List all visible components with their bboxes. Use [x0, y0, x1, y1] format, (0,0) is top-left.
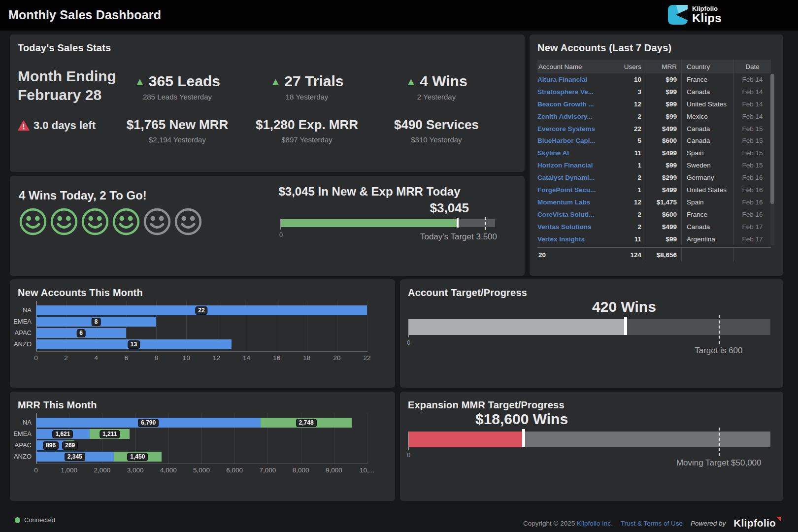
bar-value-label: 896 [43, 441, 59, 450]
trials-yesterday-label: 18 Yesterday [248, 93, 366, 101]
bar-value-label: 2,748 [296, 419, 317, 427]
table-scrollbar-thumb[interactable] [770, 74, 774, 204]
dashboard-title: Monthly Sales Dashboard [8, 8, 161, 22]
klipfolio-klips-logo[interactable]: Klipfolio Klips [668, 5, 722, 25]
account-target-progress-bar: 420 Wins 0 Target is 600 [408, 319, 770, 335]
y-category-label: ANZO [10, 339, 32, 349]
account-name-link[interactable]: Horizon Financial [537, 162, 593, 169]
progress-zero-tick [408, 432, 409, 450]
users-cell: 11 [630, 147, 646, 159]
progress-zero-tick [408, 319, 409, 337]
account-name-cell: Zenith Advisory... [537, 110, 630, 123]
account-name-link[interactable]: Catalyst Dynami... [537, 174, 595, 181]
todays-sales-stats-panel: Today's Sales Stats Month Ending Februar… [10, 34, 525, 172]
smiley-face-icon-active [112, 207, 140, 236]
users-cell: 1 [630, 159, 646, 171]
account-target-panel: Account Target/Progress 420 Wins 0 Targe… [400, 279, 783, 388]
account-name-cell: Evercore Systems [537, 123, 630, 135]
services-yesterday-label: $310 Yesterday [377, 135, 496, 144]
account-name-link[interactable]: Evercore Systems [537, 125, 595, 133]
account-name-link[interactable]: BlueHarbor Capi... [537, 137, 596, 144]
account-name-link[interactable]: ForgePoint Secu... [537, 186, 596, 194]
mrr-today-heading: $3,045 In New & Exp MRR Today [241, 185, 498, 199]
users-cell: 2 [630, 110, 646, 123]
account-name-link[interactable]: Stratosphere Ve... [537, 88, 594, 96]
target-label: Today's Target 3,500 [420, 232, 497, 242]
progress-fill [280, 219, 458, 227]
date-cell: Feb 16 [733, 196, 771, 208]
bar-value-label: 13 [128, 340, 140, 349]
date-cell: Feb 16 [733, 171, 771, 184]
x-tick-label: 14 [243, 354, 250, 362]
table-row: Vertex Insights11$99ArgentinaFeb 17 [537, 233, 771, 245]
connection-status: Connected [15, 516, 55, 524]
summary-count: 20 [537, 248, 630, 262]
country-cell: Sweden [681, 159, 733, 171]
mrr-cell: $499 [646, 123, 681, 135]
account-name-link[interactable]: CoreVista Soluti... [537, 211, 594, 218]
panel-title: Expansion MMR Target/Progress [408, 399, 565, 411]
account-name-link[interactable]: Altura Financial [537, 76, 587, 83]
month-ending-label: Month Ending February 28 [18, 67, 116, 104]
smiley-face-icon-active [81, 207, 109, 236]
target-dashed-line [485, 217, 486, 230]
x-tick-label: 12 [213, 354, 220, 362]
summary-mrr: $8,656 [646, 248, 681, 262]
table-row: Momentum Labs12$1,475SpainFeb 16 [537, 196, 771, 208]
expansion-target-progress-bar: $18,600 Wins 0 Moving Target $50,000 [408, 432, 770, 447]
table-row: Beacon Growth ...12$99United StatesFeb 1… [537, 98, 771, 110]
x-tick-label: 4 [94, 354, 98, 362]
date-cell: Feb 14 [733, 110, 771, 123]
country-cell: Canada [681, 86, 733, 98]
progress-track [408, 432, 770, 447]
x-tick-label: 18 [303, 354, 310, 362]
progress-zero-tick [280, 219, 281, 230]
col-header-country: Country [681, 60, 733, 73]
progress-track [280, 219, 495, 227]
mrr-cell: $299 [646, 171, 681, 184]
account-name-cell: ForgePoint Secu... [537, 184, 630, 196]
klipfolio-footer-logo[interactable]: Klipfolio [733, 517, 776, 529]
date-cell: Feb 16 [733, 184, 771, 196]
users-cell: 11 [630, 233, 646, 245]
table-row: Veritas Solutions2$499CanadaFeb 17 [537, 221, 771, 233]
col-header-date: Date [733, 60, 771, 73]
app-header: Monthly Sales Dashboard Klipfolio Klips [0, 0, 798, 31]
smiley-face-icon-inactive [143, 207, 171, 236]
account-name-cell: Catalyst Dynami... [537, 171, 630, 184]
country-cell: Canada [681, 221, 733, 233]
bar-value-label: 269 [62, 441, 78, 450]
y-category-label: NA [10, 418, 32, 428]
powered-by-label: Powered by [691, 520, 726, 527]
summary-users: 124 [630, 248, 646, 262]
date-cell: Feb 15 [733, 147, 771, 159]
x-tick-label: 3,000 [127, 466, 144, 474]
mrr-chart-panel: MRR This Month NAEMEAAPACANZO 6,7902,748… [10, 392, 395, 501]
account-name-link[interactable]: Zenith Advisory... [537, 113, 593, 120]
x-tick-label: 1,000 [61, 466, 77, 474]
col-header-account-name: Account Name [537, 60, 630, 73]
mrr-today-progress-bar: $3,045 0 Today's Target 3,500 [280, 219, 495, 227]
target-label: Target is 600 [695, 346, 742, 356]
wins-yesterday-label: 2 Yesterday [377, 93, 496, 101]
x-tick-label: 6 [125, 354, 129, 362]
x-tick-label: 2 [64, 354, 68, 362]
account-name-link[interactable]: Skyline AI [537, 149, 569, 157]
account-name-link[interactable]: Vertex Insights [537, 235, 585, 243]
chart-baseline [36, 351, 367, 352]
account-name-link[interactable]: Veritas Solutions [537, 223, 592, 231]
klipfolio-inc-link[interactable]: Klipfolio Inc. [577, 520, 613, 527]
users-cell: 1 [630, 184, 646, 196]
days-left-indicator: 3.0 days left [18, 119, 96, 132]
account-name-cell: Momentum Labs [537, 196, 630, 208]
bar-value-label: 22 [195, 306, 207, 315]
account-name-link[interactable]: Momentum Labs [537, 199, 590, 206]
new-mrr-yesterday-label: $2,194 Yesterday [118, 135, 236, 144]
x-tick-label: 10,... [360, 466, 374, 474]
date-cell: Feb 15 [733, 123, 771, 135]
trust-terms-link[interactable]: Trust & Terms of Use [621, 520, 683, 527]
account-name-link[interactable]: Beacon Growth ... [537, 100, 594, 108]
table-summary-row: 20 124 $8,656 [537, 247, 771, 262]
account-name-cell: Stratosphere Ve... [537, 86, 630, 98]
date-cell: Feb 14 [733, 73, 771, 86]
